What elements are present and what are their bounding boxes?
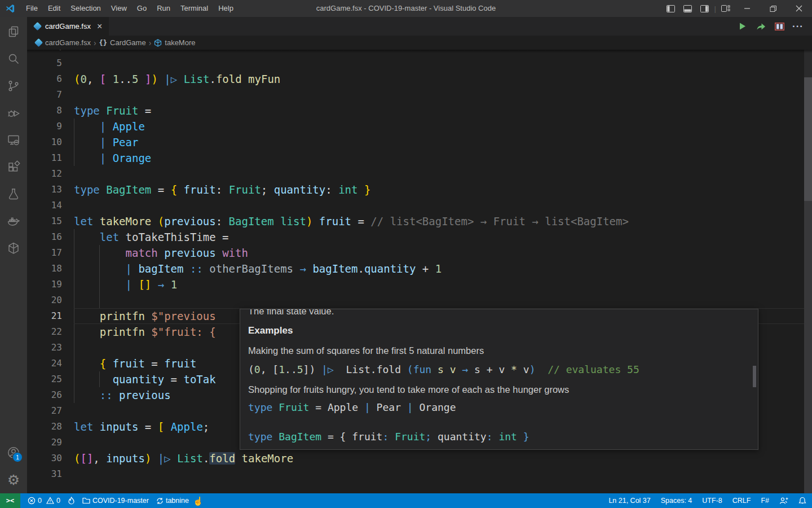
package-icon[interactable]: [0, 235, 27, 262]
menu-item-selection[interactable]: Selection: [65, 0, 105, 17]
tab-cardgame[interactable]: cardGame.fsx ×: [27, 17, 109, 36]
code-line[interactable]: 14: [27, 198, 804, 213]
notifications-bell-icon[interactable]: [798, 497, 806, 505]
line-number: 19: [27, 277, 74, 292]
remote-explorer-icon[interactable]: [0, 126, 27, 154]
tabnine-status[interactable]: tabnine ☝: [156, 497, 204, 505]
menu-item-file[interactable]: File: [21, 0, 43, 17]
code-line[interactable]: 13type BagItem = { fruit: Fruit; quantit…: [27, 182, 804, 198]
tooltip-code-example: type BagItem = { fruit: Fruit; quantity:…: [248, 430, 750, 444]
breadcrumb-file[interactable]: cardGame.fsx: [35, 38, 91, 47]
code-line[interactable]: 5: [27, 55, 804, 71]
language-mode[interactable]: F#: [761, 497, 769, 505]
more-actions-icon[interactable]: ···: [791, 19, 805, 34]
line-number: 6: [27, 71, 74, 87]
tooltip-paragraph: Shopping for fruits hungry, you tend to …: [248, 384, 750, 396]
indentation-setting[interactable]: Spaces: 4: [661, 497, 692, 505]
code-text: match previous with: [74, 245, 804, 261]
customize-layout-icon[interactable]: [717, 0, 734, 17]
line-number: 26: [27, 387, 74, 403]
line-number: 31: [27, 466, 74, 482]
fsharp-file-icon: [33, 22, 42, 30]
flame-icon[interactable]: [68, 497, 75, 505]
hover-tooltip[interactable]: The final state value. Examples Making t…: [240, 309, 758, 450]
code-line[interactable]: 20: [27, 292, 804, 308]
menu-item-view[interactable]: View: [106, 0, 132, 17]
breadcrumb-namespace[interactable]: {} CardGame: [99, 38, 146, 47]
scrollbar-thumb[interactable]: [804, 77, 812, 201]
menu-item-run[interactable]: Run: [152, 0, 175, 17]
close-button[interactable]: [786, 0, 812, 17]
code-line[interactable]: 11 | Orange: [27, 150, 804, 166]
vscode-logo-icon: [5, 3, 15, 14]
source-control-icon[interactable]: [0, 72, 27, 99]
code-line[interactable]: 8type Fruit =: [27, 103, 804, 119]
code-line[interactable]: 31: [27, 466, 804, 482]
tooltip-paragraph: Making the sum of squares for the first …: [248, 345, 750, 357]
code-line[interactable]: 7: [27, 87, 804, 103]
breadcrumb-separator: ›: [149, 38, 152, 47]
docker-icon[interactable]: [0, 208, 27, 235]
remote-indicator-icon[interactable]: ><: [0, 493, 20, 508]
code-text: | Pear: [74, 134, 804, 150]
problems-indicator[interactable]: 0 0: [28, 497, 60, 505]
code-text: [74, 466, 804, 482]
line-number: 7: [27, 87, 74, 103]
tab-close-icon[interactable]: ×: [97, 22, 102, 31]
code-line[interactable]: 18 | bagItem :: otherBagItems → bagItem.…: [27, 261, 804, 277]
code-line[interactable]: 16 let toTakeThisTime =: [27, 229, 804, 245]
code-line[interactable]: 9 | Apple: [27, 119, 804, 134]
testing-icon[interactable]: [0, 181, 27, 208]
editor-scrollbar[interactable]: [804, 50, 812, 493]
search-icon[interactable]: [0, 45, 27, 72]
workspace-folder[interactable]: COVID-19-master: [82, 497, 149, 505]
feedback-icon[interactable]: [779, 497, 788, 505]
line-number: 27: [27, 403, 74, 419]
code-line[interactable]: 15let takeMore (previous: BagItem list) …: [27, 213, 804, 229]
layout-panel-icon[interactable]: [679, 0, 696, 17]
tooltip-code-example: type Fruit = Apple | Pear | Orange: [248, 400, 750, 414]
explorer-icon[interactable]: [0, 18, 27, 45]
line-number: 21: [27, 308, 74, 324]
code-line[interactable]: 12: [27, 166, 804, 182]
settings-gear-icon[interactable]: ⚙: [0, 466, 27, 493]
menu-item-go[interactable]: Go: [132, 0, 152, 17]
line-number: 9: [27, 119, 74, 134]
encoding-setting[interactable]: UTF-8: [702, 497, 722, 505]
split-editor-icon[interactable]: [772, 19, 787, 34]
code-line[interactable]: 6(0, [ 1..5 ]) |▷ List.fold myFun: [27, 71, 804, 87]
tooltip-heading: Examples: [248, 325, 750, 337]
code-line[interactable]: 19 | [] → 1: [27, 277, 804, 292]
code-line[interactable]: 10 | Pear: [27, 134, 804, 150]
line-number: 12: [27, 166, 74, 182]
code-text: | [] → 1: [74, 277, 804, 292]
restore-button[interactable]: [760, 0, 786, 17]
eol-setting[interactable]: CRLF: [732, 497, 751, 505]
line-number: 24: [27, 356, 74, 371]
menu-item-terminal[interactable]: Terminal: [175, 0, 213, 17]
tooltip-scrollbar-thumb[interactable]: [753, 366, 756, 387]
run-button[interactable]: [735, 19, 749, 34]
extensions-icon[interactable]: [0, 154, 27, 181]
layout-sidebar-right-icon[interactable]: [696, 0, 713, 17]
cursor-position[interactable]: Ln 21, Col 37: [608, 497, 650, 505]
menu-item-help[interactable]: Help: [213, 0, 239, 17]
accounts-icon[interactable]: 1: [0, 439, 27, 466]
line-number: 28: [27, 419, 74, 435]
code-line[interactable]: 17 match previous with: [27, 245, 804, 261]
code-text: | Orange: [74, 150, 804, 166]
code-text: ([], inputs) |▷ List.fold takeMore: [74, 450, 804, 466]
breadcrumb-symbol[interactable]: takeMore: [154, 38, 195, 47]
layout-sidebar-left-icon[interactable]: [663, 0, 679, 17]
line-number: 10: [27, 134, 74, 150]
run-selection-icon[interactable]: [753, 19, 768, 34]
minimize-button[interactable]: [734, 0, 760, 17]
tooltip-code-example: (0, [1..5]) |▷ List.fold (fun s v → s + …: [248, 362, 750, 376]
code-text: [74, 166, 804, 182]
scrollbar-track-lower: [804, 201, 812, 493]
code-line[interactable]: 30([], inputs) |▷ List.fold takeMore: [27, 450, 804, 466]
gear-glyph: ⚙: [7, 473, 20, 487]
run-and-debug-icon[interactable]: [0, 99, 27, 126]
code-text: type BagItem = { fruit: Fruit; quantity:…: [74, 182, 804, 198]
menu-item-edit[interactable]: Edit: [43, 0, 65, 17]
